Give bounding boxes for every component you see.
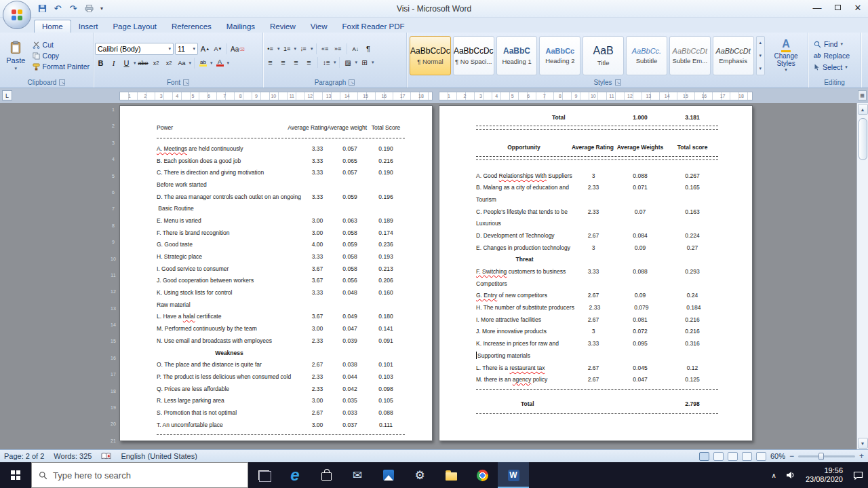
tab-review[interactable]: Review [262, 20, 303, 33]
word-count-indicator[interactable]: Words: 325 [54, 452, 92, 460]
table-row[interactable]: E. Menu is varied3.000.0630.189 [157, 214, 405, 227]
select-button[interactable]: Select ▾ [812, 62, 859, 72]
maximize-button[interactable] [827, 0, 848, 15]
scroll-up-button[interactable]: ▲ [858, 104, 868, 115]
spellcheck-status-button[interactable] [101, 452, 111, 460]
gallery-scroll-up-button[interactable]: ▲ [757, 37, 765, 50]
tab-mailings[interactable]: Mailings [219, 20, 262, 33]
font-size-select[interactable]: 11▾ [175, 43, 198, 55]
office-button[interactable] [3, 1, 31, 29]
show-paragraph-marks-button[interactable]: ¶ [363, 43, 374, 55]
font-family-select[interactable]: Calibri (Body)▾ [95, 43, 174, 55]
table-row[interactable]: Threat [476, 254, 718, 266]
table-row[interactable]: C. There is direction and giving motivat… [157, 166, 405, 179]
multilevel-list-button[interactable]: ⁝≡ [298, 43, 309, 55]
table-row[interactable]: Before work started [157, 179, 405, 191]
style-normal[interactable]: AaBbCcDc ¶ Normal [410, 36, 451, 75]
table-row[interactable]: Luxurious [476, 217, 718, 229]
web-layout-view-button[interactable] [728, 452, 738, 461]
tab-home[interactable]: Home [34, 20, 71, 33]
tab-insert[interactable]: Insert [71, 20, 106, 33]
shading-dropdown-arrow[interactable]: ▾ [355, 60, 358, 65]
style-title[interactable]: AaB Title [583, 36, 624, 75]
italic-button[interactable]: I [108, 57, 119, 69]
borders-dropdown-arrow[interactable]: ▾ [372, 60, 374, 65]
highlight-dropdown-arrow[interactable]: ▾ [210, 60, 213, 66]
tab-stop-selector[interactable]: L [2, 90, 12, 100]
multilevel-dropdown-arrow[interactable]: ▾ [311, 46, 313, 52]
qat-customize-button[interactable]: ▾ [98, 3, 106, 15]
tab-view[interactable]: View [303, 20, 335, 33]
minimize-button[interactable]: — [807, 0, 827, 15]
gallery-scroll-down-button[interactable]: ▼ [757, 50, 765, 62]
table-row[interactable]: T. An uncomfortable place3.000.0370.111 [157, 419, 405, 431]
table-row[interactable]: N. Use email and broadcasts with employe… [157, 335, 405, 347]
table-row[interactable]: B. Each position does a good job3.330.06… [157, 155, 405, 167]
decrease-indent-button[interactable]: «≡ [319, 43, 331, 55]
vertical-scrollbar[interactable]: ▲ ▼ [856, 103, 868, 449]
table-row[interactable]: H. Strategic place3.330.0580.193 [157, 250, 405, 263]
font-dialog-launcher-icon[interactable]: ↘ [183, 79, 189, 86]
shrink-font-button[interactable]: A▼ [212, 43, 224, 55]
table-row[interactable]: F. Switching customers to business3.330.… [476, 265, 718, 278]
format-painter-button[interactable]: Format Painter [31, 62, 92, 71]
table-row[interactable]: H. The number of substitute producers2.3… [476, 301, 718, 314]
close-button[interactable]: ✕ [848, 0, 868, 15]
redo-button[interactable]: ↷ [66, 3, 80, 15]
tab-foxit-reader-pdf[interactable]: Foxit Reader PDF [334, 20, 412, 33]
table-row[interactable]: Weakness [157, 347, 405, 359]
horizontal-ruler-page-1[interactable]: 123456789101112131415161718 [119, 92, 433, 100]
taskbar-clock[interactable]: 19:56 23/08/2020 [800, 466, 848, 484]
change-case-button[interactable]: Aa [176, 57, 188, 69]
zoom-level[interactable]: 60% [770, 452, 785, 460]
taskbar-icon-store[interactable] [311, 462, 342, 488]
table-row[interactable]: Q. Prices are less affordable2.330.0420.… [157, 383, 405, 395]
table-row[interactable]: Basic Routine [157, 202, 405, 214]
style-emphasis[interactable]: AaBbCcDt Emphasis [713, 36, 754, 75]
task-view-button[interactable] [248, 462, 279, 488]
zoom-slider[interactable] [798, 455, 855, 457]
line-spacing-button[interactable]: ↕≡ [321, 57, 332, 69]
superscript-button[interactable]: x2 [163, 57, 175, 69]
table-row[interactable]: Tourism [476, 193, 718, 206]
table-row[interactable]: R. Less large parking area3.000.0350.105 [157, 394, 405, 407]
vertical-ruler[interactable]: 123456789101112131415161718192021 [108, 107, 118, 443]
print-layout-view-button[interactable] [699, 452, 709, 461]
paragraph-dialog-launcher-icon[interactable]: ↘ [349, 79, 355, 86]
gallery-expand-button[interactable]: ▼ [757, 62, 765, 75]
taskbar-search-input[interactable]: Type here to search [31, 462, 248, 488]
taskbar-icon-chrome[interactable] [467, 462, 498, 488]
find-button[interactable]: Find ▾ [812, 39, 859, 49]
table-row[interactable]: B. Malang as a city of education and2.33… [476, 181, 718, 193]
table-row[interactable]: E. Changes in production technology30.09… [476, 242, 718, 254]
taskbar-icon-mail[interactable]: ✉ [342, 462, 373, 488]
table-row[interactable]: Supporting materials [476, 350, 718, 362]
table-row[interactable]: G. Good taste4.000.0590.236 [157, 239, 405, 251]
paste-dropdown-arrow[interactable]: ▾ [15, 66, 18, 71]
scroll-down-button[interactable]: ▼ [858, 438, 868, 449]
numbering-button[interactable]: 1≡ [281, 43, 293, 55]
bullets-dropdown-arrow[interactable]: ▾ [277, 46, 280, 52]
table-row[interactable]: L. There is a restaurant tax2.670.0450.1… [476, 362, 718, 374]
start-button[interactable] [0, 462, 31, 488]
align-right-button[interactable]: ≡ [290, 57, 302, 69]
bullets-button[interactable]: •≡ [264, 43, 276, 55]
notification-center-button[interactable] [848, 462, 868, 488]
document-page-1[interactable]: Power Average Rating Average weight Tota… [119, 105, 433, 441]
full-screen-reading-view-button[interactable] [713, 452, 724, 461]
underline-button[interactable]: U [121, 57, 132, 69]
underline-dropdown-arrow[interactable]: ▾ [134, 60, 136, 66]
zoom-slider-thumb[interactable] [818, 453, 824, 460]
bold-button[interactable]: B [95, 57, 106, 69]
table-row[interactable]: Raw material [157, 299, 405, 311]
numbering-dropdown-arrow[interactable]: ▾ [294, 46, 297, 52]
grow-font-button[interactable]: A▲ [199, 43, 211, 55]
table-row[interactable]: O. The place and the distance is quite f… [157, 358, 405, 371]
paste-button[interactable]: Paste ▾ [1, 34, 31, 77]
table-row[interactable]: Competitors [476, 278, 718, 290]
sort-button[interactable]: A↓ [350, 43, 361, 55]
table-row[interactable]: D. The area manager controls each outlet… [157, 191, 405, 203]
borders-button[interactable]: ⊞ [359, 57, 370, 69]
opportunity-total-row[interactable]: Total 2.798 [476, 398, 718, 410]
increase-indent-button[interactable]: »≡ [332, 43, 344, 55]
